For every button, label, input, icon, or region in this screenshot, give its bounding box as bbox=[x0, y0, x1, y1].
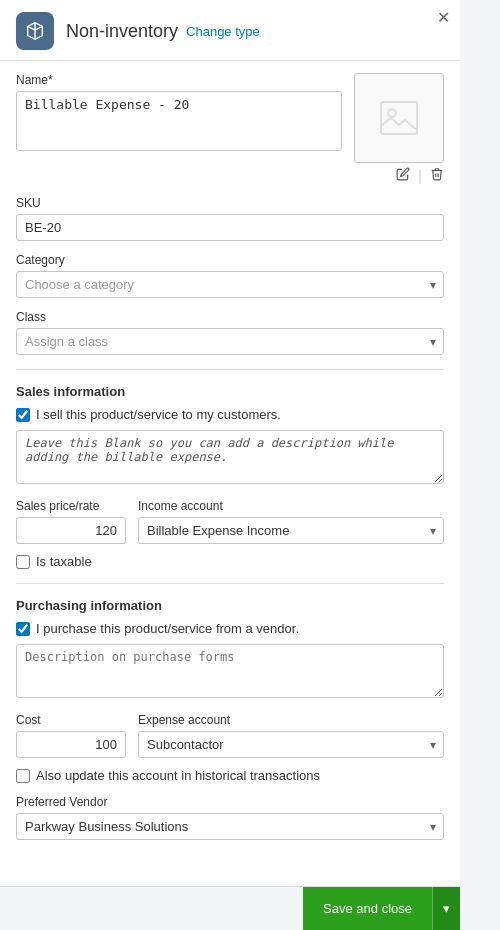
cost-label: Cost bbox=[16, 713, 126, 727]
edit-image-button[interactable] bbox=[396, 167, 410, 184]
sku-input[interactable] bbox=[16, 214, 444, 241]
save-close-dropdown-arrow: ▾ bbox=[443, 901, 450, 916]
expense-account-field: Expense account Subcontactor ▾ bbox=[138, 713, 444, 758]
item-type-icon bbox=[16, 12, 54, 50]
sales-price-label: Sales price/rate bbox=[16, 499, 126, 513]
category-label: Category bbox=[16, 253, 444, 267]
save-close-button[interactable]: Save and close bbox=[303, 887, 432, 930]
category-select[interactable]: Choose a category bbox=[16, 271, 444, 298]
historical-checkbox[interactable] bbox=[16, 769, 30, 783]
divider-2 bbox=[16, 583, 444, 584]
sales-checkbox[interactable] bbox=[16, 408, 30, 422]
historical-checkbox-row: Also update this account in historical t… bbox=[16, 768, 444, 783]
sales-checkbox-row: I sell this product/service to my custom… bbox=[16, 407, 444, 422]
sales-description-input[interactable] bbox=[16, 430, 444, 484]
header: Non-inventory Change type bbox=[0, 0, 460, 61]
historical-label: Also update this account in historical t… bbox=[36, 768, 320, 783]
save-close-dropdown-button[interactable]: ▾ bbox=[432, 887, 460, 930]
image-placeholder bbox=[354, 73, 444, 163]
name-field-wrap: Name* bbox=[16, 73, 342, 184]
income-account-field: Income account Billable Expense Income ▾ bbox=[138, 499, 444, 544]
class-row: Class Assign a class ▾ bbox=[16, 310, 444, 355]
expense-account-select-wrapper: Subcontactor ▾ bbox=[138, 731, 444, 758]
income-account-select-wrapper: Billable Expense Income ▾ bbox=[138, 517, 444, 544]
purchase-description-input[interactable] bbox=[16, 644, 444, 698]
name-image-row: Name* bbox=[16, 73, 444, 184]
svg-point-1 bbox=[388, 109, 396, 117]
form-body: Name* bbox=[0, 61, 460, 912]
preferred-vendor-select[interactable]: Parkway Business Solutions bbox=[16, 813, 444, 840]
sales-section-title: Sales information bbox=[16, 384, 444, 399]
sales-desc-row bbox=[16, 430, 444, 487]
taxable-checkbox-row: Is taxable bbox=[16, 554, 444, 569]
category-select-wrapper: Choose a category ▾ bbox=[16, 271, 444, 298]
box-icon bbox=[24, 20, 46, 42]
delete-image-button[interactable] bbox=[430, 167, 444, 184]
sku-row: SKU bbox=[16, 196, 444, 241]
category-row: Category Choose a category ▾ bbox=[16, 253, 444, 298]
taxable-checkbox[interactable] bbox=[16, 555, 30, 569]
class-label: Class bbox=[16, 310, 444, 324]
divider: | bbox=[418, 168, 422, 184]
footer: Save and close ▾ bbox=[0, 886, 460, 930]
preferred-vendor-label: Preferred Vendor bbox=[16, 795, 444, 809]
svg-rect-0 bbox=[381, 102, 417, 134]
cost-input[interactable] bbox=[16, 731, 126, 758]
purchasing-checkbox-label: I purchase this product/service from a v… bbox=[36, 621, 299, 636]
name-label: Name* bbox=[16, 73, 342, 87]
close-button[interactable]: ✕ bbox=[437, 8, 450, 27]
purchase-desc-row bbox=[16, 644, 444, 701]
image-icon bbox=[379, 100, 419, 136]
purchasing-section-title: Purchasing information bbox=[16, 598, 444, 613]
name-input[interactable] bbox=[16, 91, 342, 151]
sales-price-field: Sales price/rate bbox=[16, 499, 126, 544]
preferred-vendor-row: Preferred Vendor Parkway Business Soluti… bbox=[16, 795, 444, 840]
change-type-link[interactable]: Change type bbox=[186, 24, 260, 39]
cost-account-row: Cost Expense account Subcontactor ▾ bbox=[16, 713, 444, 758]
main-panel: ✕ Non-inventory Change type Name* bbox=[0, 0, 460, 930]
purchasing-checkbox-row: I purchase this product/service from a v… bbox=[16, 621, 444, 636]
income-account-label: Income account bbox=[138, 499, 444, 513]
class-select-wrapper: Assign a class ▾ bbox=[16, 328, 444, 355]
sku-label: SKU bbox=[16, 196, 444, 210]
expense-account-label: Expense account bbox=[138, 713, 444, 727]
divider-1 bbox=[16, 369, 444, 370]
class-select[interactable]: Assign a class bbox=[16, 328, 444, 355]
sales-price-input[interactable] bbox=[16, 517, 126, 544]
sales-checkbox-label: I sell this product/service to my custom… bbox=[36, 407, 281, 422]
purchasing-checkbox[interactable] bbox=[16, 622, 30, 636]
income-account-select[interactable]: Billable Expense Income bbox=[138, 517, 444, 544]
cost-field: Cost bbox=[16, 713, 126, 758]
preferred-vendor-select-wrapper: Parkway Business Solutions ▾ bbox=[16, 813, 444, 840]
taxable-label: Is taxable bbox=[36, 554, 92, 569]
price-account-row: Sales price/rate Income account Billable… bbox=[16, 499, 444, 544]
item-type-title: Non-inventory bbox=[66, 21, 178, 42]
image-actions: | bbox=[354, 167, 444, 184]
expense-account-select[interactable]: Subcontactor bbox=[138, 731, 444, 758]
